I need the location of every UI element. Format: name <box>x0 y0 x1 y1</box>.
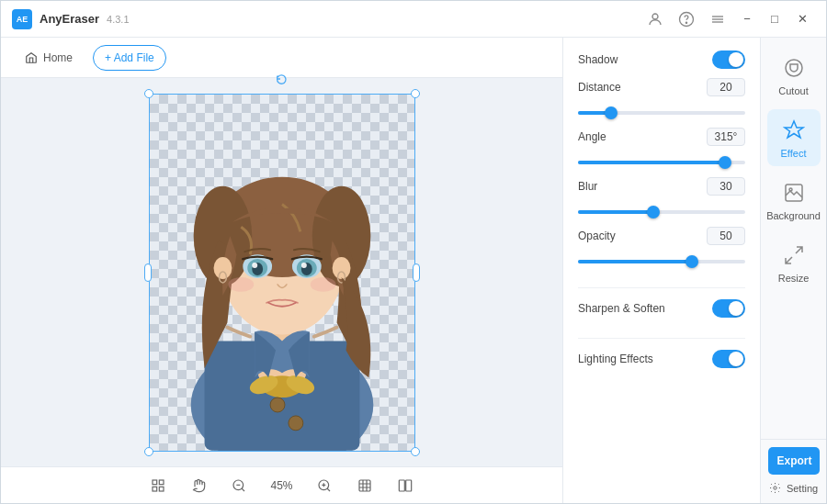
status-bar: 45% <box>1 466 562 503</box>
sidebar-item-background[interactable]: Background <box>767 172 821 229</box>
opacity-row: Opacity 50 <box>578 227 745 245</box>
handle-top-left[interactable] <box>144 89 153 98</box>
title-bar: AE AnyEraser 4.3.1 − □ ✕ <box>1 1 826 38</box>
distance-label: Distance <box>578 81 621 94</box>
resize-icon <box>780 241 808 269</box>
handle-middle-left[interactable] <box>144 263 152 282</box>
shadow-label: Shadow <box>578 53 617 66</box>
canvas-image <box>149 94 415 452</box>
svg-rect-46 <box>405 480 411 491</box>
handle-bottom-right[interactable] <box>411 447 420 456</box>
toolbar: Home + Add File <box>1 38 562 78</box>
close-button[interactable]: ✕ <box>789 9 815 29</box>
svg-rect-44 <box>359 480 370 491</box>
minimize-button[interactable]: − <box>734 9 760 29</box>
sidebar-item-cutout[interactable]: Cutout <box>767 47 821 104</box>
angle-value[interactable]: 315° <box>707 128 745 146</box>
svg-rect-33 <box>153 480 157 485</box>
angle-row: Angle 315° <box>578 128 745 146</box>
zoom-in-icon[interactable] <box>312 473 337 498</box>
zoom-level: 45% <box>270 479 292 492</box>
divider-1 <box>578 287 745 288</box>
handle-middle-right[interactable] <box>413 263 420 282</box>
svg-rect-35 <box>153 487 157 491</box>
canvas-area <box>1 78 562 466</box>
app-logo: AE <box>12 9 32 29</box>
sharpen-soften-row: Sharpen & Soften <box>578 299 745 318</box>
svg-rect-34 <box>160 480 164 485</box>
svg-point-17 <box>213 257 232 279</box>
svg-rect-45 <box>399 480 404 491</box>
svg-point-27 <box>252 263 257 268</box>
home-button[interactable]: Home <box>16 46 82 70</box>
svg-line-41 <box>327 488 330 491</box>
svg-point-28 <box>300 263 306 268</box>
effects-panel: Shadow Distance 20 Angle 315° <box>562 38 760 503</box>
angle-slider[interactable] <box>578 155 745 164</box>
opacity-slider[interactable] <box>578 254 745 263</box>
svg-rect-36 <box>160 487 164 491</box>
opacity-value[interactable]: 50 <box>707 227 745 245</box>
svg-point-47 <box>786 60 802 76</box>
sharpen-soften-label: Sharpen & Soften <box>578 302 665 315</box>
divider-2 <box>578 338 745 339</box>
distance-value[interactable]: 20 <box>707 78 745 96</box>
app-version: 4.3.1 <box>107 14 129 25</box>
distance-slider[interactable] <box>578 106 745 115</box>
cutout-icon <box>780 54 808 82</box>
svg-point-50 <box>774 487 776 489</box>
sidebar-item-effect[interactable]: Effect <box>767 109 821 166</box>
blur-row: Blur 30 <box>578 177 745 196</box>
opacity-label: Opacity <box>578 230 616 242</box>
svg-point-0 <box>652 14 658 19</box>
sharpen-soften-toggle[interactable] <box>712 299 745 318</box>
svg-point-31 <box>270 398 285 412</box>
hand-icon[interactable] <box>186 473 211 498</box>
lighting-effects-label: Lighting Effects <box>578 353 653 365</box>
blur-value[interactable]: 30 <box>707 177 745 196</box>
sidebar: Cutout Effect Background <box>760 38 826 503</box>
lighting-effects-toggle[interactable] <box>712 350 745 368</box>
grid-icon[interactable] <box>145 473 171 498</box>
setting-button[interactable]: Setting <box>769 482 818 494</box>
background-label: Background <box>766 210 821 221</box>
blur-slider[interactable] <box>578 205 745 214</box>
title-bar-icons <box>646 10 727 28</box>
svg-line-38 <box>243 488 245 491</box>
menu-icon[interactable] <box>708 10 727 28</box>
handle-bottom-left[interactable] <box>144 447 153 456</box>
svg-point-2 <box>685 22 686 23</box>
angle-label: Angle <box>578 130 606 143</box>
resize-label: Resize <box>778 273 810 284</box>
svg-point-18 <box>332 257 350 279</box>
app-name: AnyEraser <box>40 12 99 26</box>
help-icon[interactable] <box>677 10 696 28</box>
background-icon <box>780 179 808 207</box>
export-button[interactable]: Export <box>768 447 820 475</box>
shadow-toggle[interactable] <box>712 50 745 69</box>
maximize-button[interactable]: □ <box>762 9 787 29</box>
zoom-out-icon[interactable] <box>226 473 252 498</box>
main-content: Home + Add File <box>1 38 826 503</box>
effect-icon <box>780 117 808 144</box>
svg-point-30 <box>310 276 335 291</box>
add-file-button[interactable]: + Add File <box>93 45 166 71</box>
columns-icon[interactable] <box>392 473 418 498</box>
blur-label: Blur <box>578 180 597 193</box>
handle-top-right[interactable] <box>411 89 420 98</box>
cutout-label: Cutout <box>778 85 808 96</box>
distance-row: Distance 20 <box>578 78 745 96</box>
svg-point-32 <box>288 415 302 430</box>
left-panel: Home + Add File <box>1 38 562 503</box>
sidebar-item-resize[interactable]: Resize <box>767 234 821 291</box>
shadow-row: Shadow <box>578 50 745 69</box>
svg-point-29 <box>228 276 254 291</box>
rotate-handle[interactable] <box>275 73 289 88</box>
lighting-effects-row: Lighting Effects <box>578 350 745 368</box>
canvas-container[interactable] <box>149 94 415 452</box>
user-icon[interactable] <box>646 10 664 28</box>
window-controls: − □ ✕ <box>734 9 815 29</box>
frame-icon[interactable] <box>352 473 378 498</box>
effect-label: Effect <box>781 148 807 159</box>
